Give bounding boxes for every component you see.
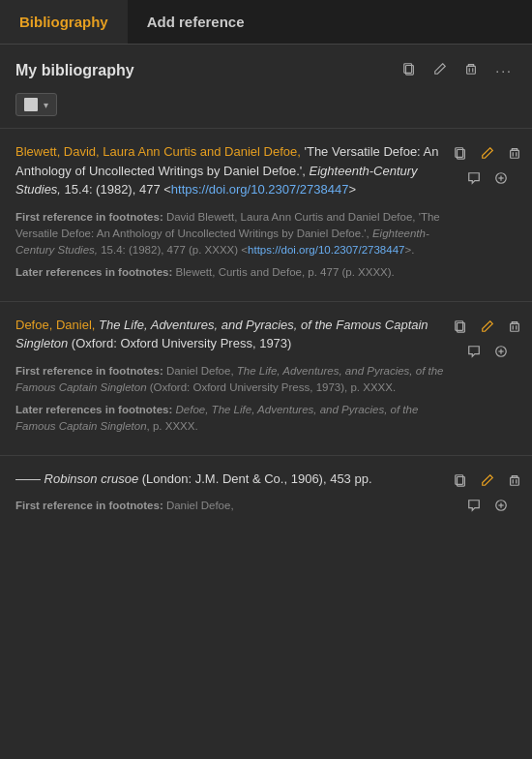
delete-reference-button[interactable] — [504, 470, 525, 491]
section-title-row: My bibliography ··· — [0, 45, 532, 93]
svg-rect-11 — [511, 323, 519, 331]
action-row-bottom — [463, 495, 512, 516]
ref1-doi-link[interactable]: https://doi.org/10.2307/2738447 — [171, 182, 349, 197]
svg-rect-17 — [511, 477, 519, 485]
edit-reference-button[interactable] — [477, 316, 498, 337]
delete-reference-button[interactable] — [504, 316, 525, 337]
add-reference-button[interactable] — [490, 167, 512, 189]
reference-entry: Defoe, Daniel, The Life, Adventures, and… — [0, 301, 532, 455]
edit-reference-button[interactable] — [477, 142, 498, 164]
reference-main-text: Blewett, David, Laura Ann Curtis and Dan… — [15, 142, 449, 199]
action-row-bottom — [463, 167, 512, 189]
comment-reference-button[interactable] — [463, 167, 485, 189]
reference-first-footnote: First reference in footnotes: David Blew… — [15, 209, 449, 259]
action-row-top — [450, 470, 525, 491]
section-title: My bibliography — [15, 62, 134, 79]
style-dropdown[interactable]: ▾ — [15, 93, 57, 116]
add-reference-button[interactable] — [490, 495, 512, 516]
dropdown-icon — [24, 98, 38, 111]
reference-later-footnote: Later references in footnotes: Blewett, … — [15, 264, 449, 281]
delete-reference-button[interactable] — [504, 142, 525, 164]
copy-reference-button[interactable] — [450, 470, 471, 491]
dropdown-row: ▾ — [0, 93, 532, 128]
header: Bibliography Add reference — [0, 0, 532, 45]
reference-main-text: —— Robinson crusoe (London: J.M. Dent & … — [15, 470, 449, 489]
app-container: Bibliography Add reference My bibliograp… — [0, 0, 532, 533]
action-row-top — [450, 142, 525, 164]
tab-bibliography[interactable]: Bibliography — [0, 0, 128, 44]
reference-entry: Blewett, David, Laura Ann Curtis and Dan… — [0, 128, 532, 301]
reference-later-footnote: Later references in footnotes: Defoe, Th… — [15, 402, 449, 436]
reference-content: Blewett, David, Laura Ann Curtis and Dan… — [15, 142, 449, 288]
reference-main-text: Defoe, Daniel, The Life, Adventures, and… — [15, 316, 449, 353]
chevron-down-icon: ▾ — [44, 100, 48, 110]
reference-entry: —— Robinson crusoe (London: J.M. Dent & … — [0, 455, 532, 534]
reference-actions — [458, 316, 517, 366]
ref1-footnote-doi-link[interactable]: https://doi.org/10.2307/2738447 — [248, 244, 404, 256]
copy-reference-button[interactable] — [450, 316, 471, 337]
action-row-bottom — [463, 341, 512, 362]
reference-actions — [458, 470, 517, 520]
comment-reference-button[interactable] — [463, 341, 485, 362]
tab-add-reference[interactable]: Add reference — [128, 0, 264, 44]
delete-bibliography-button[interactable] — [460, 60, 482, 81]
reference-content: Defoe, Daniel, The Life, Adventures, and… — [15, 316, 449, 441]
svg-rect-5 — [511, 150, 519, 158]
reference-first-footnote: First reference in footnotes: Daniel Def… — [15, 498, 449, 514]
copy-reference-button[interactable] — [450, 142, 471, 164]
comment-reference-button[interactable] — [463, 495, 485, 516]
copy-bibliography-button[interactable] — [399, 60, 420, 81]
reference-content: —— Robinson crusoe (London: J.M. Dent & … — [15, 470, 449, 521]
more-bibliography-button[interactable]: ··· — [491, 60, 517, 81]
edit-bibliography-button[interactable] — [429, 60, 451, 81]
add-reference-button[interactable] — [490, 341, 512, 362]
svg-rect-2 — [467, 66, 476, 74]
section-icon-group: ··· — [399, 60, 517, 81]
reference-actions — [458, 142, 517, 193]
action-row-top — [450, 316, 525, 337]
edit-reference-button[interactable] — [477, 470, 498, 491]
reference-first-footnote: First reference in footnotes: Daniel Def… — [15, 363, 449, 397]
